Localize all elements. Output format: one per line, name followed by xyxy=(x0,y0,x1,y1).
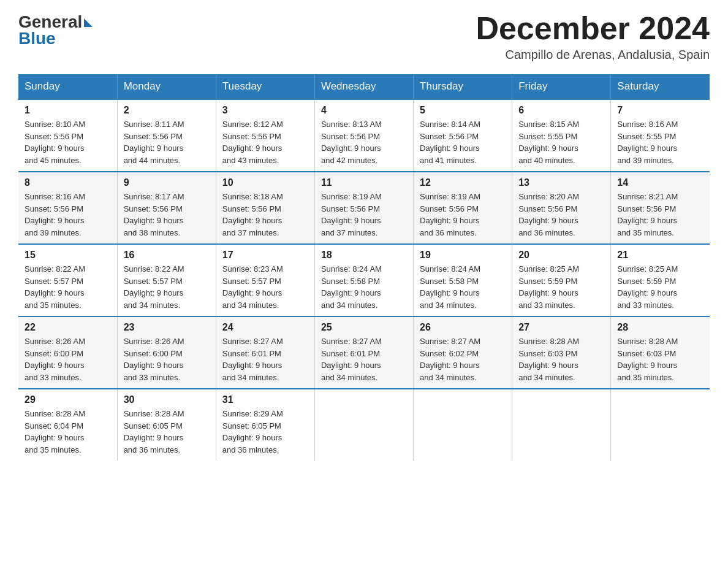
calendar-cell: 15Sunrise: 8:22 AM Sunset: 5:57 PM Dayli… xyxy=(18,244,117,316)
calendar-cell: 13Sunrise: 8:20 AM Sunset: 5:56 PM Dayli… xyxy=(512,172,611,244)
day-info: Sunrise: 8:27 AM Sunset: 6:01 PM Dayligh… xyxy=(222,335,308,383)
header-wednesday: Wednesday xyxy=(314,74,413,99)
calendar-cell: 20Sunrise: 8:25 AM Sunset: 5:59 PM Dayli… xyxy=(512,244,611,316)
day-info: Sunrise: 8:27 AM Sunset: 6:02 PM Dayligh… xyxy=(420,335,506,383)
calendar-cell: 10Sunrise: 8:18 AM Sunset: 5:56 PM Dayli… xyxy=(216,172,314,244)
day-info: Sunrise: 8:16 AM Sunset: 5:56 PM Dayligh… xyxy=(25,191,111,239)
day-info: Sunrise: 8:18 AM Sunset: 5:56 PM Dayligh… xyxy=(222,191,308,239)
calendar-table: SundayMondayTuesdayWednesdayThursdayFrid… xyxy=(18,74,710,461)
day-info: Sunrise: 8:16 AM Sunset: 5:55 PM Dayligh… xyxy=(617,118,703,166)
calendar-cell: 21Sunrise: 8:25 AM Sunset: 5:59 PM Dayli… xyxy=(611,244,710,316)
page-header: General Blue December 2024 Campillo de A… xyxy=(18,12,710,62)
calendar-cell: 5Sunrise: 8:14 AM Sunset: 5:56 PM Daylig… xyxy=(414,99,512,172)
day-info: Sunrise: 8:21 AM Sunset: 5:56 PM Dayligh… xyxy=(617,191,703,239)
day-info: Sunrise: 8:17 AM Sunset: 5:56 PM Dayligh… xyxy=(124,191,210,239)
header-monday: Monday xyxy=(117,74,216,99)
calendar-cell xyxy=(611,389,710,461)
calendar-week-row: 29Sunrise: 8:28 AM Sunset: 6:04 PM Dayli… xyxy=(18,389,710,461)
day-number: 12 xyxy=(420,177,506,188)
day-info: Sunrise: 8:25 AM Sunset: 5:59 PM Dayligh… xyxy=(518,263,604,311)
header-friday: Friday xyxy=(512,74,611,99)
calendar-cell: 19Sunrise: 8:24 AM Sunset: 5:58 PM Dayli… xyxy=(414,244,512,316)
day-info: Sunrise: 8:29 AM Sunset: 6:05 PM Dayligh… xyxy=(222,408,308,456)
day-info: Sunrise: 8:19 AM Sunset: 5:56 PM Dayligh… xyxy=(321,191,407,239)
day-number: 4 xyxy=(321,105,407,116)
day-number: 29 xyxy=(25,394,111,405)
header-saturday: Saturday xyxy=(611,74,710,99)
calendar-cell: 11Sunrise: 8:19 AM Sunset: 5:56 PM Dayli… xyxy=(314,172,413,244)
day-number: 16 xyxy=(124,250,210,261)
day-number: 15 xyxy=(25,250,111,261)
day-info: Sunrise: 8:28 AM Sunset: 6:03 PM Dayligh… xyxy=(617,335,703,383)
day-number: 25 xyxy=(321,322,407,333)
calendar-cell: 17Sunrise: 8:23 AM Sunset: 5:57 PM Dayli… xyxy=(216,244,314,316)
day-number: 23 xyxy=(124,322,210,333)
day-number: 13 xyxy=(518,177,604,188)
calendar-cell: 6Sunrise: 8:15 AM Sunset: 5:55 PM Daylig… xyxy=(512,99,611,172)
day-number: 18 xyxy=(321,250,407,261)
calendar-cell: 7Sunrise: 8:16 AM Sunset: 5:55 PM Daylig… xyxy=(611,99,710,172)
calendar-cell: 4Sunrise: 8:13 AM Sunset: 5:56 PM Daylig… xyxy=(314,99,413,172)
calendar-week-row: 8Sunrise: 8:16 AM Sunset: 5:56 PM Daylig… xyxy=(18,172,710,244)
day-number: 21 xyxy=(617,250,703,261)
day-number: 11 xyxy=(321,177,407,188)
header-thursday: Thursday xyxy=(414,74,512,99)
calendar-cell xyxy=(512,389,611,461)
day-info: Sunrise: 8:22 AM Sunset: 5:57 PM Dayligh… xyxy=(25,263,111,311)
calendar-cell: 1Sunrise: 8:10 AM Sunset: 5:56 PM Daylig… xyxy=(18,99,117,172)
calendar-week-row: 15Sunrise: 8:22 AM Sunset: 5:57 PM Dayli… xyxy=(18,244,710,316)
calendar-cell: 25Sunrise: 8:27 AM Sunset: 6:01 PM Dayli… xyxy=(314,316,413,389)
month-title: December 2024 xyxy=(476,12,710,44)
day-info: Sunrise: 8:10 AM Sunset: 5:56 PM Dayligh… xyxy=(25,118,111,166)
calendar-cell: 16Sunrise: 8:22 AM Sunset: 5:57 PM Dayli… xyxy=(117,244,216,316)
day-info: Sunrise: 8:19 AM Sunset: 5:56 PM Dayligh… xyxy=(420,191,506,239)
day-number: 24 xyxy=(222,322,308,333)
day-number: 20 xyxy=(518,250,604,261)
day-info: Sunrise: 8:26 AM Sunset: 6:00 PM Dayligh… xyxy=(124,335,210,383)
calendar-cell: 31Sunrise: 8:29 AM Sunset: 6:05 PM Dayli… xyxy=(216,389,314,461)
calendar-cell: 9Sunrise: 8:17 AM Sunset: 5:56 PM Daylig… xyxy=(117,172,216,244)
calendar-cell: 22Sunrise: 8:26 AM Sunset: 6:00 PM Dayli… xyxy=(18,316,117,389)
day-number: 7 xyxy=(617,105,703,116)
calendar-cell: 30Sunrise: 8:28 AM Sunset: 6:05 PM Dayli… xyxy=(117,389,216,461)
day-number: 9 xyxy=(124,177,210,188)
logo: General Blue xyxy=(18,12,93,48)
day-info: Sunrise: 8:11 AM Sunset: 5:56 PM Dayligh… xyxy=(124,118,210,166)
day-number: 26 xyxy=(420,322,506,333)
logo-arrow-icon xyxy=(84,18,93,27)
location: Campillo de Arenas, Andalusia, Spain xyxy=(476,48,710,62)
calendar-week-row: 22Sunrise: 8:26 AM Sunset: 6:00 PM Dayli… xyxy=(18,316,710,389)
day-info: Sunrise: 8:13 AM Sunset: 5:56 PM Dayligh… xyxy=(321,118,407,166)
day-number: 31 xyxy=(222,394,308,405)
calendar-cell: 8Sunrise: 8:16 AM Sunset: 5:56 PM Daylig… xyxy=(18,172,117,244)
calendar-cell: 28Sunrise: 8:28 AM Sunset: 6:03 PM Dayli… xyxy=(611,316,710,389)
day-info: Sunrise: 8:24 AM Sunset: 5:58 PM Dayligh… xyxy=(321,263,407,311)
day-info: Sunrise: 8:26 AM Sunset: 6:00 PM Dayligh… xyxy=(25,335,111,383)
calendar-cell: 12Sunrise: 8:19 AM Sunset: 5:56 PM Dayli… xyxy=(414,172,512,244)
calendar-cell xyxy=(314,389,413,461)
day-info: Sunrise: 8:23 AM Sunset: 5:57 PM Dayligh… xyxy=(222,263,308,311)
day-info: Sunrise: 8:14 AM Sunset: 5:56 PM Dayligh… xyxy=(420,118,506,166)
day-number: 19 xyxy=(420,250,506,261)
calendar-cell: 24Sunrise: 8:27 AM Sunset: 6:01 PM Dayli… xyxy=(216,316,314,389)
day-number: 6 xyxy=(518,105,604,116)
day-number: 27 xyxy=(518,322,604,333)
day-number: 1 xyxy=(25,105,111,116)
day-info: Sunrise: 8:28 AM Sunset: 6:04 PM Dayligh… xyxy=(25,408,111,456)
day-number: 10 xyxy=(222,177,308,188)
day-number: 28 xyxy=(617,322,703,333)
day-info: Sunrise: 8:15 AM Sunset: 5:55 PM Dayligh… xyxy=(518,118,604,166)
day-info: Sunrise: 8:25 AM Sunset: 5:59 PM Dayligh… xyxy=(617,263,703,311)
calendar-cell: 18Sunrise: 8:24 AM Sunset: 5:58 PM Dayli… xyxy=(314,244,413,316)
day-number: 30 xyxy=(124,394,210,405)
day-number: 22 xyxy=(25,322,111,333)
calendar-cell: 3Sunrise: 8:12 AM Sunset: 5:56 PM Daylig… xyxy=(216,99,314,172)
title-section: December 2024 Campillo de Arenas, Andalu… xyxy=(476,12,710,62)
day-number: 8 xyxy=(25,177,111,188)
calendar-cell: 2Sunrise: 8:11 AM Sunset: 5:56 PM Daylig… xyxy=(117,99,216,172)
header-sunday: Sunday xyxy=(18,74,117,99)
day-info: Sunrise: 8:24 AM Sunset: 5:58 PM Dayligh… xyxy=(420,263,506,311)
day-number: 3 xyxy=(222,105,308,116)
day-number: 5 xyxy=(420,105,506,116)
day-info: Sunrise: 8:20 AM Sunset: 5:56 PM Dayligh… xyxy=(518,191,604,239)
